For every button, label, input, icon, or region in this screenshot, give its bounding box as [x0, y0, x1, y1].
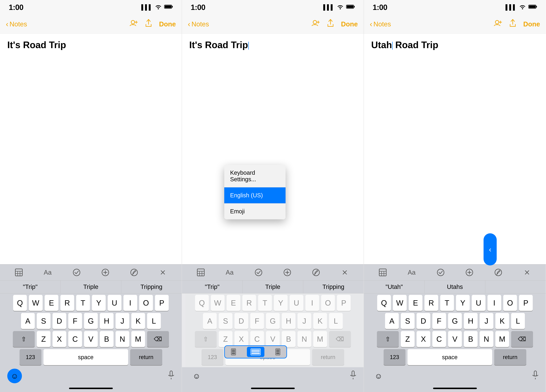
key-p-1[interactable]: P	[155, 295, 169, 311]
pen-icon-3[interactable]	[494, 269, 502, 276]
emoji-button-1[interactable]: ☺	[7, 369, 22, 383]
back-label-2[interactable]: Notes	[191, 20, 209, 28]
key-i-1[interactable]: I	[124, 295, 137, 311]
key-e-3[interactable]: E	[409, 295, 422, 311]
key-u-1[interactable]: U	[108, 295, 121, 311]
nav-left-1[interactable]: ‹ Notes	[6, 20, 27, 28]
share-icon-2[interactable]	[327, 19, 334, 29]
key-s-2[interactable]: S	[219, 313, 233, 329]
key-m-2[interactable]: M	[313, 331, 327, 347]
autocomplete-trip-1[interactable]: "Trip"	[0, 280, 61, 293]
check-icon-3[interactable]	[437, 269, 444, 276]
keyboard-drag-handle-3[interactable]: ‹	[484, 233, 497, 265]
key-b-3[interactable]: B	[464, 331, 478, 347]
key-z-1[interactable]: Z	[37, 331, 51, 347]
plus-icon-2[interactable]	[284, 269, 291, 276]
autocomplete-triple-1[interactable]: Triple	[61, 280, 121, 293]
key-v-1[interactable]: V	[84, 331, 98, 347]
done-button-2[interactable]: Done	[341, 20, 358, 28]
key-i-2[interactable]: I	[306, 295, 319, 311]
key-n-2[interactable]: N	[298, 331, 311, 347]
mic-button-1[interactable]	[168, 371, 174, 381]
note-area-2[interactable]: It's Road Trip	[182, 33, 364, 264]
context-menu-2[interactable]: Keyboard Settings... English (US) Emoji	[224, 165, 286, 219]
add-person-icon-1[interactable]	[129, 19, 138, 28]
format-icon-2[interactable]: Aa	[226, 269, 234, 276]
key-b-1[interactable]: B	[100, 331, 114, 347]
key-m-1[interactable]: M	[131, 331, 145, 347]
close-icon-2[interactable]	[341, 269, 349, 276]
keyboard-size-small-right[interactable]	[267, 347, 285, 357]
key-y-2[interactable]: Y	[274, 295, 288, 311]
check-icon-2[interactable]	[255, 269, 262, 276]
check-icon-1[interactable]	[73, 269, 80, 276]
key-y-1[interactable]: Y	[92, 295, 106, 311]
key-c-1[interactable]: C	[68, 331, 82, 347]
add-person-icon-3[interactable]	[494, 19, 502, 28]
autocomplete-utah-3[interactable]: "Utah"	[364, 280, 425, 293]
key-123-2[interactable]: 123	[202, 349, 223, 365]
key-l-3[interactable]: L	[511, 313, 525, 329]
key-f-2[interactable]: F	[250, 313, 264, 329]
table-icon-2[interactable]	[197, 269, 205, 276]
key-t-2[interactable]: T	[258, 295, 272, 311]
key-r-2[interactable]: R	[242, 295, 256, 311]
key-123-3[interactable]: 123	[384, 349, 405, 365]
add-person-icon-2[interactable]	[311, 19, 320, 28]
key-d-3[interactable]: D	[416, 313, 430, 329]
key-delete-2[interactable]: ⌫	[329, 331, 351, 347]
key-k-1[interactable]: K	[131, 313, 145, 329]
autocomplete-triple-2[interactable]: Triple	[242, 280, 303, 293]
key-o-2[interactable]: O	[321, 295, 335, 311]
key-f-1[interactable]: F	[68, 313, 82, 329]
key-s-3[interactable]: S	[401, 313, 415, 329]
key-d-2[interactable]: D	[234, 313, 248, 329]
context-keyboard-settings[interactable]: Keyboard Settings...	[224, 165, 286, 187]
key-b-2[interactable]: B	[282, 331, 295, 347]
key-g-2[interactable]: G	[266, 313, 280, 329]
key-p-3[interactable]: P	[519, 295, 533, 311]
note-area-1[interactable]: It's Road Trip	[0, 33, 182, 264]
context-emoji[interactable]: Emoji	[224, 203, 286, 219]
pen-icon-2[interactable]	[312, 269, 320, 276]
close-icon-3[interactable]	[523, 269, 531, 276]
key-n-1[interactable]: N	[116, 331, 129, 347]
close-icon-1[interactable]	[159, 269, 167, 276]
key-return-2[interactable]: return	[312, 349, 344, 365]
key-t-1[interactable]: T	[76, 295, 90, 311]
autocomplete-tripping-1[interactable]: Tripping	[121, 280, 182, 293]
key-x-2[interactable]: X	[234, 331, 248, 347]
key-z-2[interactable]: Z	[219, 331, 233, 347]
key-shift-3[interactable]: ⇧	[377, 331, 399, 347]
key-s-1[interactable]: S	[37, 313, 51, 329]
key-h-2[interactable]: H	[282, 313, 295, 329]
key-v-2[interactable]: V	[266, 331, 280, 347]
mic-button-3[interactable]	[532, 371, 539, 381]
back-label-1[interactable]: Notes	[9, 20, 27, 28]
key-p-2[interactable]: P	[337, 295, 351, 311]
table-icon-3[interactable]	[379, 269, 387, 276]
key-k-3[interactable]: K	[495, 313, 509, 329]
done-button-1[interactable]: Done	[159, 20, 176, 28]
key-g-3[interactable]: G	[448, 313, 462, 329]
key-l-1[interactable]: L	[147, 313, 161, 329]
key-h-1[interactable]: H	[100, 313, 114, 329]
key-x-3[interactable]: X	[416, 331, 430, 347]
key-a-3[interactable]: A	[385, 313, 399, 329]
key-u-3[interactable]: U	[472, 295, 485, 311]
emoji-button-2[interactable]: ☺	[189, 369, 204, 383]
key-return-3[interactable]: return	[494, 349, 526, 365]
key-c-3[interactable]: C	[432, 331, 446, 347]
key-g-1[interactable]: G	[84, 313, 98, 329]
key-o-3[interactable]: O	[503, 295, 517, 311]
mic-button-2[interactable]	[350, 371, 356, 381]
note-area-3[interactable]: Utah Road Trip	[364, 33, 546, 264]
key-q-1[interactable]: Q	[13, 295, 27, 311]
key-l-2[interactable]: L	[329, 313, 343, 329]
back-label-3[interactable]: Notes	[373, 20, 391, 28]
key-k-2[interactable]: K	[313, 313, 327, 329]
key-e-2[interactable]: E	[227, 295, 240, 311]
key-r-1[interactable]: R	[60, 295, 74, 311]
keyboard-size-small-left[interactable]	[226, 347, 244, 357]
key-d-1[interactable]: D	[52, 313, 66, 329]
